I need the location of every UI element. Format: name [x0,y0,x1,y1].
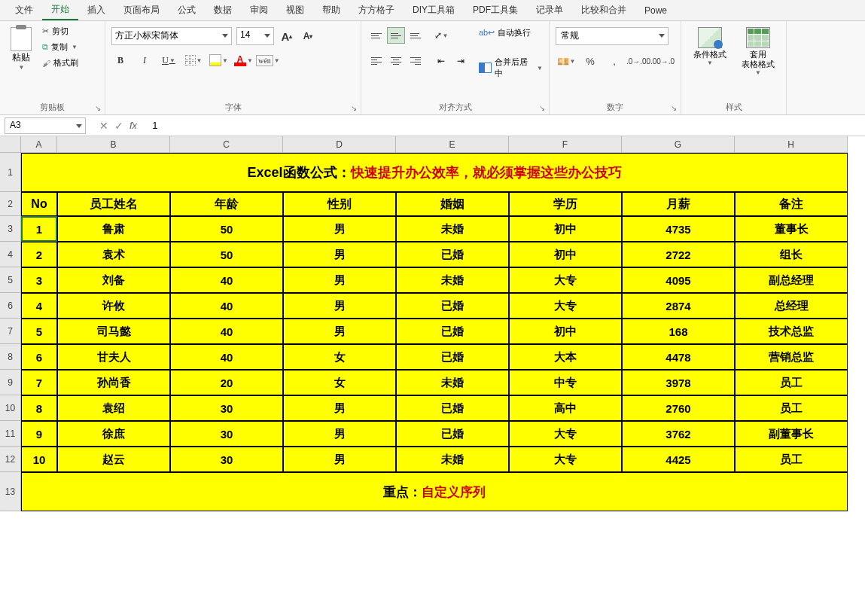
cell-name[interactable]: 刘备 [57,267,170,293]
align-bottom-button[interactable] [407,27,425,44]
menu-tab-6[interactable]: 审阅 [241,1,277,20]
cell-no[interactable]: 6 [21,344,57,370]
cell-note[interactable]: 营销总监 [735,344,848,370]
cell-sex[interactable]: 男 [283,242,396,267]
cell-edu[interactable]: 大专 [509,267,622,293]
cell-edu[interactable]: 大专 [509,293,622,319]
row-header-8[interactable]: 8 [0,344,21,370]
cell-name[interactable]: 袁绍 [57,395,170,421]
table-header-3[interactable]: 性别 [283,192,396,216]
increase-font-button[interactable]: A▴ [279,28,295,44]
cell-marriage[interactable]: 未婚 [396,216,509,242]
cell-age[interactable]: 30 [170,447,283,472]
cell-marriage[interactable]: 已婚 [396,421,509,447]
cell-note[interactable]: 副董事长 [735,421,848,447]
col-header-G[interactable]: G [622,136,735,153]
cell-no[interactable]: 9 [21,421,57,447]
col-header-D[interactable]: D [283,136,396,153]
cell-marriage[interactable]: 已婚 [396,293,509,319]
menu-tab-12[interactable]: 记录单 [527,1,572,20]
cell-name[interactable]: 许攸 [57,293,170,319]
font-color-button[interactable]: A▼ [234,54,253,66]
cell-salary[interactable]: 4425 [622,447,735,472]
cell-edu[interactable]: 大专 [509,447,622,472]
font-launcher[interactable]: ↘ [351,104,357,112]
cell-salary[interactable]: 168 [622,319,735,344]
table-header-0[interactable]: No [21,192,57,216]
table-header-5[interactable]: 学历 [509,192,622,216]
select-all-corner[interactable] [0,136,21,153]
formula-input[interactable]: 1 [146,118,865,133]
cell-salary[interactable]: 3762 [622,421,735,447]
col-header-F[interactable]: F [509,136,622,153]
menu-tab-3[interactable]: 页面布局 [114,1,169,20]
table-header-1[interactable]: 员工姓名 [57,192,170,216]
conditional-format-button[interactable]: 条件格式 ▼ [689,24,731,101]
cell-salary[interactable]: 4095 [622,267,735,293]
cell-note[interactable]: 员工 [735,395,848,421]
cell-marriage[interactable]: 已婚 [396,344,509,370]
cell-name[interactable]: 孙尚香 [57,370,170,395]
italic-button[interactable]: I [136,51,154,69]
cell-marriage[interactable]: 已婚 [396,242,509,267]
currency-button[interactable]: 💴▼ [556,53,577,69]
orientation-button[interactable]: ⤢▼ [432,27,450,44]
cell-age[interactable]: 40 [170,267,283,293]
cell-age[interactable]: 40 [170,319,283,344]
borders-button[interactable]: ▼ [184,52,203,69]
cell-note[interactable]: 员工 [735,447,848,472]
cell-name[interactable]: 赵云 [57,447,170,472]
cell-no[interactable]: 4 [21,293,57,319]
row-header-2[interactable]: 2 [0,192,21,216]
format-painter-button[interactable]: 🖌格式刷 [41,56,80,70]
menu-tab-13[interactable]: 比较和合并 [572,1,635,20]
cell-edu[interactable]: 大专 [509,421,622,447]
align-left-button[interactable] [367,53,385,69]
align-middle-button[interactable] [387,27,405,44]
comma-button[interactable]: , [604,53,625,69]
menu-tab-7[interactable]: 视图 [277,1,313,20]
menu-tab-5[interactable]: 数据 [205,1,241,20]
cell-name[interactable]: 袁术 [57,242,170,267]
number-launcher[interactable]: ↘ [671,104,677,112]
cell-sex[interactable]: 男 [283,395,396,421]
cell-edu[interactable]: 初中 [509,242,622,267]
cell-age[interactable]: 20 [170,370,283,395]
menu-tab-2[interactable]: 插入 [78,1,114,20]
cell-salary[interactable]: 3978 [622,370,735,395]
table-header-4[interactable]: 婚姻 [396,192,509,216]
cell-sex[interactable]: 男 [283,421,396,447]
cell-age[interactable]: 30 [170,421,283,447]
number-format-select[interactable]: 常规 [556,27,669,45]
align-right-button[interactable] [407,53,425,69]
row-header-5[interactable]: 5 [0,267,21,293]
cell-marriage[interactable]: 未婚 [396,447,509,472]
clipboard-launcher[interactable]: ↘ [95,104,101,112]
cell-name[interactable]: 徐庶 [57,421,170,447]
col-header-H[interactable]: H [735,136,848,153]
cell-edu[interactable]: 大本 [509,344,622,370]
cell-note[interactable]: 总经理 [735,293,848,319]
row-header-1[interactable]: 1 [0,153,21,192]
phonetic-button[interactable]: wén▼ [259,51,277,69]
menu-tab-9[interactable]: 方方格子 [349,1,404,20]
row-header-11[interactable]: 11 [0,421,21,447]
col-header-E[interactable]: E [396,136,509,153]
menu-tab-14[interactable]: Powe [635,2,676,19]
menu-tab-8[interactable]: 帮助 [313,1,349,20]
footer-cell[interactable]: 重点：自定义序列 [21,472,848,511]
cell-sex[interactable]: 女 [283,344,396,370]
cell-name[interactable]: 鲁肃 [57,216,170,242]
cell-age[interactable]: 50 [170,216,283,242]
cell-age[interactable]: 40 [170,344,283,370]
row-header-3[interactable]: 3 [0,216,21,242]
cell-salary[interactable]: 4735 [622,216,735,242]
menu-tab-4[interactable]: 公式 [169,1,205,20]
cell-no[interactable]: 1 [21,216,57,242]
percent-button[interactable]: % [580,53,601,69]
copy-button[interactable]: ⧉复制▼ [41,40,80,54]
align-top-button[interactable] [367,27,385,44]
cell-no[interactable]: 10 [21,447,57,472]
menu-tab-1[interactable]: 开始 [42,0,78,20]
decrease-indent-button[interactable]: ⇤ [432,53,450,69]
